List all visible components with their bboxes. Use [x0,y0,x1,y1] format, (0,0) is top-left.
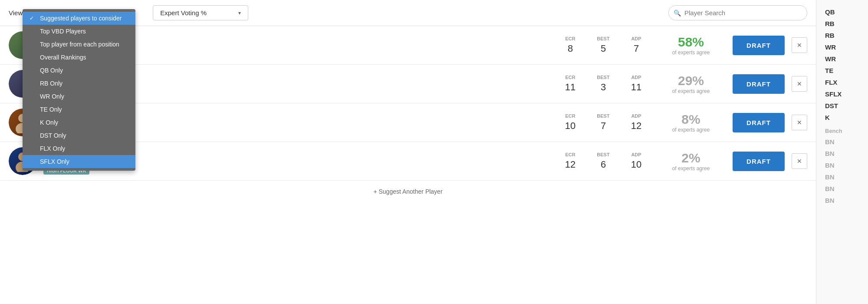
view-option-top-vbd[interactable]: Top VBD Players [23,25,135,38]
search-container: 🔍 [668,5,807,20]
view-option-overall[interactable]: Overall Rankings [23,51,135,64]
ecr-stat: ECR 8 [557,36,583,54]
draft-button[interactable]: DRAFT [733,74,785,94]
view-option-wr[interactable]: WR Only [23,90,135,103]
checkmark-icon: ✓ [30,15,36,21]
roster-position-qb[interactable]: QB [825,7,859,17]
suggest-more-link[interactable]: + Suggest Another Player [373,188,442,195]
view-dropdown-container: View ✓ Suggested players to consider Top… [9,9,23,17]
expert-voting: 2% of experts agree [656,151,726,172]
draft-button[interactable]: DRAFT [733,113,785,132]
expert-voting: 8% of experts agree [656,112,726,133]
view-option-flx[interactable]: FLX Only [23,142,135,155]
right-sidebar: QB RB RB WR WR TE FLX SFLX DST K Bench B… [816,0,868,304]
view-option-suggested[interactable]: ✓ Suggested players to consider [23,12,135,25]
suggest-more-container: + Suggest Another Player [0,181,816,202]
best-stat: BEST 7 [590,113,616,132]
remove-button[interactable]: ✕ [792,153,807,169]
roster-position-bn1[interactable]: BN [825,137,859,147]
roster-position-bn3[interactable]: BN [825,160,859,170]
top-bar: View ✓ Suggested players to consider Top… [0,0,816,26]
view-option-dst[interactable]: DST Only [23,129,135,142]
roster-position-dst[interactable]: DST [825,101,859,111]
roster-position-k[interactable]: K [825,112,859,122]
adp-stat: ADP 12 [623,113,649,132]
view-label: View [9,9,23,17]
expert-voting: 29% of experts agree [656,73,726,94]
roster-position-wr1[interactable]: WR [825,42,859,52]
best-stat: BEST 5 [590,36,616,54]
roster-position-bn6[interactable]: BN [825,195,859,205]
remove-button[interactable]: ✕ [792,115,807,130]
roster-position-te[interactable]: TE [825,66,859,76]
roster-position-sflx[interactable]: SFLX [825,89,859,99]
draft-button[interactable]: DRAFT [733,36,785,55]
roster-position-wr2[interactable]: WR [825,54,859,64]
ecr-stat: ECR 11 [557,75,583,93]
adp-stat: ADP 10 [623,152,649,170]
remove-button[interactable]: ✕ [792,37,807,53]
search-icon: 🔍 [674,10,681,17]
roster-position-bn2[interactable]: BN [825,149,859,159]
expert-voting: 58% of experts agree [656,35,726,56]
expert-voting-dropdown[interactable]: Expert Voting % ▾ [153,5,248,20]
view-option-rb[interactable]: RB Only [23,77,135,90]
draft-button[interactable]: DRAFT [733,152,785,171]
player-search-input[interactable] [668,5,807,20]
expert-voting-button[interactable]: Expert Voting % ▾ [153,5,248,20]
roster-position-bn4[interactable]: BN [825,172,859,182]
view-option-sflx[interactable]: SFLX Only [23,155,135,168]
roster-position-bn5[interactable]: BN [825,184,859,194]
remove-button[interactable]: ✕ [792,76,807,92]
view-option-k[interactable]: K Only [23,116,135,129]
view-option-top-position[interactable]: Top player from each position [23,38,135,51]
bench-label: Bench [825,128,859,134]
view-option-qb[interactable]: QB Only [23,64,135,77]
view-option-te[interactable]: TE Only [23,103,135,116]
roster-position-rb2[interactable]: RB [825,30,859,40]
dropdown-arrow-icon: ▾ [238,10,241,16]
roster-position-flx[interactable]: FLX [825,77,859,87]
best-stat: BEST 6 [590,152,616,170]
roster-position-rb1[interactable]: RB [825,19,859,29]
best-stat: BEST 3 [590,75,616,93]
ecr-stat: ECR 10 [557,113,583,132]
adp-stat: ADP 7 [623,36,649,54]
view-dropdown-popup: ✓ Suggested players to consider Top VBD … [23,9,135,171]
ecr-stat: ECR 12 [557,152,583,170]
adp-stat: ADP 11 [623,75,649,93]
